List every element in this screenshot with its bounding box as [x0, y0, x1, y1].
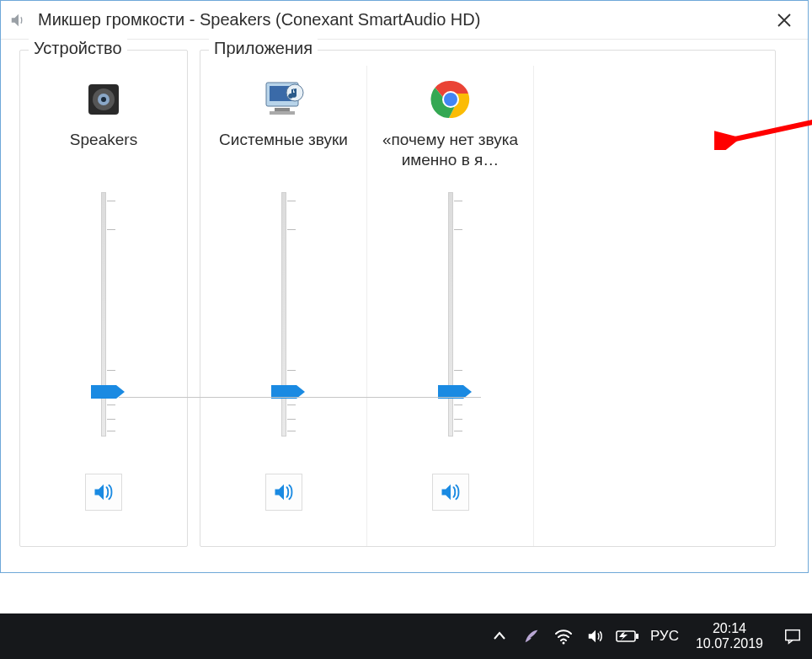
- sound-on-icon: [439, 480, 462, 504]
- sound-on-icon: [272, 480, 296, 504]
- volume-slider-speakers[interactable]: [74, 192, 133, 445]
- channel-chrome: «почему нет звука именно в я…: [367, 66, 534, 546]
- window-title: Микшер громкости - Speakers (Conexant Sm…: [38, 10, 761, 29]
- mixer-content: Устройство Speakers: [1, 40, 808, 547]
- mute-button-system[interactable]: [265, 474, 302, 511]
- channel-speakers: Speakers: [20, 66, 187, 546]
- tray-time: 20:14: [713, 621, 746, 636]
- tray-language[interactable]: РУС: [645, 628, 684, 645]
- chrome-icon[interactable]: [425, 74, 476, 125]
- channel-name-chrome: «почему нет звука именно в я…: [367, 130, 533, 175]
- volume-mixer-window: Микшер громкости - Speakers (Conexant Sm…: [0, 0, 809, 573]
- tray-wifi-icon[interactable]: [549, 622, 578, 651]
- tray-feather-icon[interactable]: [517, 622, 546, 651]
- volume-slider-chrome[interactable]: [421, 192, 480, 445]
- svg-rect-15: [636, 634, 638, 639]
- applications-section: Приложения Системные звуки: [200, 50, 776, 547]
- svg-rect-16: [786, 630, 800, 640]
- tray-date: 10.07.2019: [696, 636, 763, 651]
- channel-system-sounds: Системные звуки: [200, 66, 367, 546]
- volume-slider-system[interactable]: [254, 192, 313, 445]
- close-button[interactable]: [761, 1, 808, 40]
- svg-point-3: [101, 97, 106, 102]
- device-section-label: Устройство: [29, 39, 127, 58]
- mute-button-speakers[interactable]: [85, 474, 122, 511]
- svg-rect-14: [617, 631, 635, 641]
- red-arrow-annotation: [714, 91, 812, 150]
- svg-point-11: [444, 93, 457, 106]
- sound-on-icon: [92, 480, 115, 504]
- system-sounds-icon[interactable]: [259, 74, 309, 125]
- svg-line-12: [731, 98, 812, 140]
- apps-section-label: Приложения: [209, 39, 318, 58]
- device-section: Устройство Speakers: [19, 50, 188, 547]
- channel-name-system: Системные звуки: [212, 130, 355, 175]
- window-titlebar[interactable]: Микшер громкости - Speakers (Conexant Sm…: [1, 1, 808, 40]
- channel-name-speakers: Speakers: [63, 130, 144, 175]
- tray-volume-icon[interactable]: [581, 622, 610, 651]
- app-speaker-icon: [9, 11, 28, 29]
- svg-point-13: [562, 642, 564, 645]
- taskbar[interactable]: РУС 20:14 10.07.2019: [0, 613, 812, 659]
- mute-button-chrome[interactable]: [432, 474, 469, 511]
- svg-rect-7: [270, 111, 295, 115]
- speaker-device-icon[interactable]: [78, 74, 129, 125]
- tray-overflow-chevron-icon[interactable]: [485, 622, 514, 651]
- tray-battery-icon[interactable]: [613, 622, 642, 651]
- tray-notifications-icon[interactable]: [780, 624, 805, 649]
- slider-connector-line: [119, 397, 481, 398]
- slider-thumb[interactable]: [91, 385, 116, 399]
- tray-clock[interactable]: 20:14 10.07.2019: [687, 621, 772, 651]
- svg-rect-6: [275, 108, 290, 111]
